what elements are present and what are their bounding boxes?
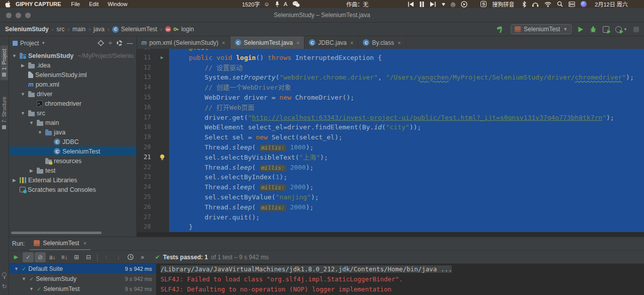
project-view-select[interactable]: Project ▼ [13, 40, 45, 47]
siri-icon[interactable] [581, 1, 587, 8]
chevron-down-icon[interactable]: ▼ [11, 53, 18, 58]
code-line[interactable]: 21 sel.selectByVisibleText("上海"); [137, 153, 644, 163]
close-window-button[interactable] [6, 13, 12, 18]
code-line[interactable]: 27 driver.quit(); [137, 212, 644, 223]
locate-file-button[interactable] [98, 40, 104, 46]
line-number[interactable]: 21 [137, 153, 155, 163]
breadcrumb-item-main[interactable]: main [72, 26, 86, 33]
next-failed-button[interactable]: ↓ [113, 252, 124, 262]
code-line[interactable]: 25 sel.selectByValue("nanjing"); [137, 192, 644, 202]
show-ignored-button[interactable]: ⊘ [35, 252, 46, 262]
auto-rerun-icon[interactable]: ↻ [2, 283, 7, 290]
tree-item-test[interactable]: ▶test [9, 166, 136, 175]
sort-by-duration-button[interactable]: ≡↓ [59, 252, 70, 262]
search-icon[interactable] [557, 1, 563, 8]
close-icon[interactable]: × [222, 40, 225, 46]
line-number[interactable]: 19 [137, 132, 155, 142]
chevron-down-icon[interactable]: ▼ [13, 266, 20, 271]
line-number[interactable]: 15 [137, 93, 155, 103]
wifi-icon[interactable] [544, 1, 551, 8]
tree-item-pom-xml[interactable]: mpom.xml [9, 80, 136, 89]
run-configuration-select[interactable]: SeleniumTest ▼ [511, 24, 572, 34]
run-console[interactable]: /Library/Java/JavaVirtualMachines/jdk1.8… [156, 264, 644, 295]
settings-gear-icon[interactable] [117, 40, 122, 46]
editor-tab-by-class[interactable]: CBy.class× [358, 36, 406, 49]
bluetooth-icon[interactable] [522, 1, 526, 8]
profiler-button[interactable]: ▼ [615, 26, 627, 33]
line-number[interactable]: 27 [137, 212, 155, 223]
test-row-default-suite[interactable]: ▼✓Default Suite9 s 942 ms [9, 264, 156, 274]
code-line[interactable]: 16 // 打开Web页面 [137, 103, 644, 113]
menubar-app-name[interactable]: GIPHY CAPTURE [16, 1, 61, 7]
media-pause-icon[interactable] [420, 1, 424, 8]
menu-file[interactable]: File [71, 1, 80, 7]
tree-item-external-libraries[interactable]: ▶External Libraries [9, 175, 136, 185]
tree-item-java[interactable]: ▼java [9, 127, 136, 137]
chevron-down-icon[interactable]: ▼ [20, 92, 26, 97]
tree-item-seleniumtest[interactable]: CSeleniumTest [9, 146, 136, 156]
media-next-icon[interactable] [430, 1, 436, 8]
code-area[interactable]: 10 @Test11▶ public void login() throws I… [137, 49, 644, 237]
collapse-all-button[interactable]: ⊟ [83, 252, 94, 262]
pin-icon[interactable] [2, 272, 7, 277]
heart-icon[interactable]: ♥ [442, 1, 445, 8]
line-number[interactable]: 10 [137, 49, 155, 53]
more-button[interactable]: » [137, 252, 148, 262]
code-line[interactable]: 10 @Test [137, 49, 644, 53]
intention-bulb-icon[interactable] [159, 154, 165, 161]
code-line[interactable]: 19 Select sel = new Select(select_el); [137, 132, 644, 142]
wechat-icon[interactable] [292, 1, 300, 8]
chevron-down-icon[interactable]: ▼ [37, 130, 43, 135]
smiley-face-icon[interactable]: ☺ [264, 1, 270, 8]
code-line[interactable]: 20 Thread.sleep( millis: 1000); [137, 142, 644, 153]
code-line[interactable]: 24 Thread.sleep( millis: 2000); [137, 182, 644, 192]
line-number[interactable]: 13 [137, 72, 155, 83]
stop-button[interactable] [633, 27, 639, 32]
line-number[interactable]: 25 [137, 192, 155, 202]
editor-tab-jdbc-java[interactable]: CJDBC.java× [304, 36, 358, 49]
show-passed-button[interactable]: ✓ [23, 252, 34, 262]
code-line[interactable]: 12 // 设置驱动 [137, 63, 644, 73]
chevron-right-icon[interactable]: ▶ [11, 178, 18, 183]
run-tab[interactable]: SeleniumTest × [30, 237, 90, 250]
line-number[interactable]: 12 [137, 63, 155, 73]
test-row-seleniumstudy[interactable]: ▼✓SeleniumStudy9 s 942 ms [9, 274, 156, 284]
menubar-ime[interactable]: S 搜狗拼音 [480, 0, 514, 8]
minimize-window-button[interactable] [16, 13, 21, 18]
console-line[interactable]: SLF4J: Failed to load class "org.slf4j.i… [160, 274, 644, 284]
line-number[interactable]: 23 [137, 172, 155, 182]
sort-alphabetically-button[interactable]: a↓ [47, 252, 58, 262]
tree-item-seleniumstudy[interactable]: ▼SeleniumStudy~/MyProject/Seleniu [9, 51, 136, 60]
code-line[interactable]: 28 } [137, 222, 644, 232]
editor-tab-seleniumtest-java[interactable]: CSeleniumTest.java× [230, 36, 305, 49]
line-number[interactable]: 20 [137, 142, 155, 153]
horizontal-scrollbar[interactable] [11, 232, 102, 234]
code-line[interactable]: 15 WebDriver driver = new ChromeDriver()… [137, 93, 644, 103]
tree-item-src[interactable]: ▼src [9, 108, 136, 118]
zoom-window-button[interactable] [25, 13, 31, 18]
line-number[interactable]: 18 [137, 122, 155, 132]
hide-panel-button[interactable]: — [127, 40, 133, 47]
build-hammer-icon[interactable] [497, 26, 505, 33]
breadcrumb-item-java[interactable]: java [94, 26, 105, 33]
previous-failed-button[interactable]: ↑ [101, 252, 112, 262]
chevron-down-icon[interactable]: ▼ [28, 286, 35, 291]
stacked-windows-icon[interactable] [569, 1, 575, 8]
console-line[interactable]: SLF4J: Defaulting to no-operation (NOP) … [160, 284, 644, 294]
run-with-coverage-button[interactable] [603, 26, 609, 33]
line-number[interactable]: 24 [137, 182, 155, 192]
console-line[interactable]: /Library/Java/JavaVirtualMachines/jdk1.8… [160, 264, 644, 274]
line-number[interactable]: 11 [137, 53, 155, 63]
music-disc-icon[interactable]: ◎ [451, 1, 456, 8]
debug-button[interactable] [590, 26, 597, 33]
line-number[interactable]: 22 [137, 163, 155, 173]
chevron-down-icon[interactable]: ▼ [20, 111, 26, 116]
close-icon[interactable]: × [350, 40, 353, 46]
tool-tab-project[interactable]: 1: Project [1, 45, 8, 80]
code-line[interactable]: 14 // 创建一个WebDriver对象 [137, 83, 644, 93]
line-number[interactable]: 28 [137, 222, 155, 232]
tree-item-chromedriver[interactable]: >_chromedriver [9, 99, 136, 108]
chevron-down-icon[interactable]: ▼ [28, 120, 35, 125]
close-icon[interactable]: × [83, 240, 86, 246]
tree-item-jdbc[interactable]: CJDBC [9, 137, 136, 146]
